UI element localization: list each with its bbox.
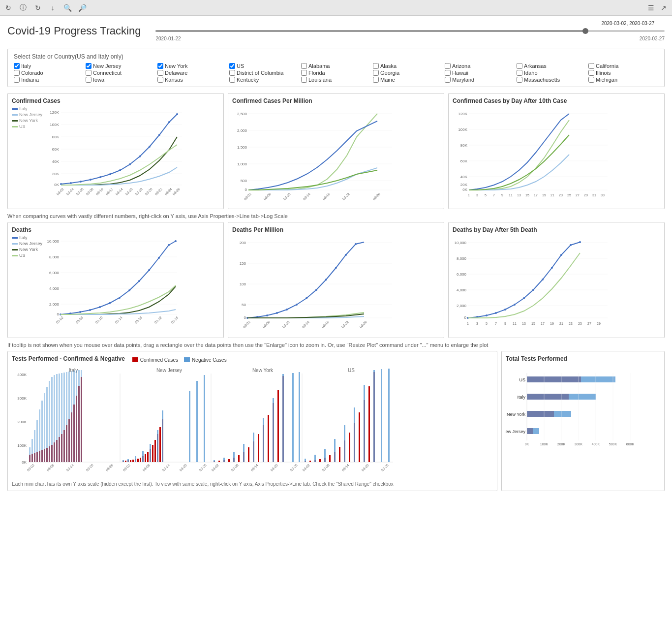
expand-icon[interactable]: ↗ bbox=[659, 3, 668, 12]
checkbox-label: California bbox=[596, 63, 618, 69]
checkbox-item: Arkansas bbox=[517, 63, 586, 69]
filter-checkbox[interactable] bbox=[229, 70, 235, 76]
zoom-in-icon[interactable]: 🔍 bbox=[63, 3, 72, 12]
checkbox-label: Kansas bbox=[165, 77, 183, 83]
svg-text:25: 25 bbox=[567, 193, 571, 197]
filter-box: Select State or Country(US and Italy onl… bbox=[7, 49, 665, 87]
svg-text:US: US bbox=[348, 368, 355, 373]
filter-checkbox[interactable] bbox=[517, 70, 522, 76]
svg-text:11: 11 bbox=[513, 322, 517, 325]
filter-checkbox[interactable] bbox=[588, 70, 594, 76]
filter-checkbox[interactable] bbox=[229, 77, 235, 83]
svg-point-174 bbox=[579, 241, 581, 243]
svg-point-18 bbox=[99, 176, 101, 178]
confirmed-by-day-title: Confirmed Cases by Day After 10th Case bbox=[453, 97, 660, 104]
svg-point-26 bbox=[176, 113, 178, 115]
svg-text:27: 27 bbox=[576, 193, 580, 197]
filter-checkbox[interactable] bbox=[229, 63, 235, 69]
svg-text:03-02: 03-02 bbox=[302, 463, 310, 472]
svg-rect-346 bbox=[527, 376, 615, 382]
checkbox-label: Alaska bbox=[380, 63, 397, 69]
svg-point-171 bbox=[551, 267, 553, 269]
filter-checkbox[interactable] bbox=[588, 77, 594, 83]
svg-text:6,000: 6,000 bbox=[457, 272, 467, 277]
confirmed-cases-legend-label: Confirmed Cases bbox=[140, 357, 178, 363]
filter-checkbox[interactable] bbox=[517, 63, 522, 69]
svg-text:300K: 300K bbox=[17, 396, 27, 401]
svg-text:120K: 120K bbox=[458, 112, 467, 116]
svg-text:New Jersey: New Jersey bbox=[156, 368, 182, 373]
svg-point-142 bbox=[355, 243, 357, 245]
checkbox-label: US bbox=[237, 63, 244, 69]
checkbox-label: Arizona bbox=[452, 63, 470, 69]
checkbox-item: Illinois bbox=[588, 70, 658, 76]
svg-text:03-26: 03-26 bbox=[172, 187, 181, 196]
deaths-svg: 10,000 8,000 6,000 4,000 2,000 0 bbox=[45, 235, 178, 326]
bookmark-icon[interactable]: ☰ bbox=[646, 3, 655, 12]
filter-checkbox[interactable] bbox=[14, 63, 20, 69]
filter-checkbox[interactable] bbox=[373, 77, 379, 83]
svg-text:0K: 0K bbox=[22, 460, 27, 465]
filter-checkbox[interactable] bbox=[157, 63, 163, 69]
svg-text:5: 5 bbox=[485, 193, 487, 197]
slider-thumb[interactable] bbox=[582, 28, 588, 34]
svg-text:03-14: 03-14 bbox=[65, 463, 74, 472]
svg-text:100K: 100K bbox=[540, 442, 549, 446]
svg-text:19: 19 bbox=[550, 322, 554, 325]
filter-checkbox[interactable] bbox=[445, 77, 451, 83]
filter-checkbox[interactable] bbox=[86, 63, 92, 69]
checkbox-item: New York bbox=[157, 63, 227, 69]
svg-text:03-10: 03-10 bbox=[281, 320, 290, 329]
svg-text:15: 15 bbox=[531, 322, 535, 325]
filter-checkbox[interactable] bbox=[301, 63, 307, 69]
filter-checkbox[interactable] bbox=[157, 70, 163, 76]
total-tests-chart: Total Tests Performed US Italy New York … bbox=[501, 351, 665, 491]
svg-text:03-14: 03-14 bbox=[114, 315, 123, 324]
svg-rect-257 bbox=[147, 452, 149, 462]
filter-checkbox[interactable] bbox=[588, 63, 594, 69]
back-icon[interactable]: ↻ bbox=[4, 3, 13, 12]
svg-rect-260 bbox=[154, 440, 156, 462]
filter-checkbox[interactable] bbox=[373, 70, 379, 76]
checkbox-item: Colorado bbox=[14, 70, 84, 76]
svg-point-135 bbox=[286, 309, 288, 311]
svg-point-24 bbox=[158, 134, 160, 136]
svg-point-173 bbox=[570, 244, 572, 246]
svg-rect-296 bbox=[282, 374, 284, 462]
refresh-icon[interactable]: ↻ bbox=[33, 3, 42, 12]
download-icon[interactable]: ↓ bbox=[48, 3, 57, 12]
filter-checkbox[interactable] bbox=[86, 77, 92, 83]
info-icon[interactable]: ⓘ bbox=[19, 3, 28, 12]
confirmed-by-day-svg: 120K 100K 80K 60K 40K 20K 0K bbox=[453, 106, 610, 205]
filter-checkbox[interactable] bbox=[445, 70, 451, 76]
deaths-per-million-svg: 200 150 100 50 0 bbox=[232, 235, 395, 334]
svg-rect-238 bbox=[71, 371, 72, 462]
svg-rect-277 bbox=[228, 459, 230, 462]
svg-rect-222 bbox=[51, 377, 53, 462]
filter-checkbox[interactable] bbox=[14, 77, 20, 83]
svg-text:200: 200 bbox=[240, 241, 246, 245]
filter-checkbox[interactable] bbox=[86, 70, 92, 76]
svg-rect-322 bbox=[381, 369, 382, 462]
filter-checkbox[interactable] bbox=[14, 70, 20, 76]
filter-checkbox[interactable] bbox=[517, 77, 522, 83]
svg-text:03-26: 03-26 bbox=[289, 463, 298, 472]
checkbox-label: New York bbox=[165, 63, 187, 69]
filter-checkbox[interactable] bbox=[301, 70, 307, 76]
filter-checkbox[interactable] bbox=[373, 63, 379, 69]
svg-text:29: 29 bbox=[584, 193, 588, 197]
svg-rect-264 bbox=[122, 460, 124, 462]
svg-text:03-08: 03-08 bbox=[46, 463, 55, 472]
checkbox-label: Indiana bbox=[21, 77, 39, 83]
filter-checkbox[interactable] bbox=[157, 77, 163, 83]
svg-point-22 bbox=[139, 156, 141, 157]
svg-text:03-14: 03-14 bbox=[161, 463, 170, 472]
zoom-out-icon[interactable]: 🔎 bbox=[78, 3, 87, 12]
svg-text:100K: 100K bbox=[17, 443, 27, 448]
toolbar: ↻ ⓘ ↻ ↓ 🔍 🔎 ☰ ↗ bbox=[0, 0, 672, 16]
filter-checkbox[interactable] bbox=[445, 63, 451, 69]
svg-rect-216 bbox=[44, 393, 45, 462]
filter-checkbox[interactable] bbox=[301, 77, 307, 83]
checkbox-item: Maryland bbox=[445, 77, 515, 83]
svg-text:27: 27 bbox=[587, 322, 591, 325]
